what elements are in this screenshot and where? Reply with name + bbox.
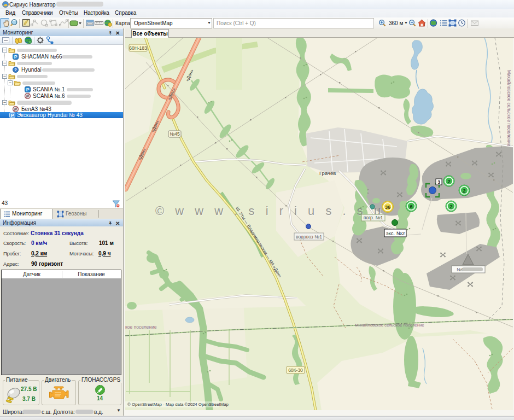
svg-text:погр. №1: погр. №1: [364, 215, 383, 220]
svg-text:60К-30: 60К-30: [288, 368, 303, 373]
svg-text:60Н-183: 60Н-183: [129, 45, 147, 51]
svg-text:36: 36: [385, 205, 390, 210]
svg-text:?: ?: [14, 67, 17, 72]
svg-text:3: 3: [437, 179, 440, 185]
svg-text:Михайловское сельское поселени: Михайловское сельское поселение: [355, 323, 424, 328]
svg-text:Грачёв: Грачёв: [319, 170, 336, 176]
svg-text:P: P: [26, 87, 30, 92]
svg-text:P: P: [14, 54, 17, 60]
svg-text:© w w w . s i r i u s . s u: © w w w . s i r i u s . s u: [155, 204, 384, 218]
svg-text:2: 2: [463, 188, 465, 194]
svg-text:водовоз №1: водовоз №1: [296, 234, 322, 240]
svg-text:2: 2: [447, 179, 450, 184]
svg-text:© OpenStreetMap - Map data ©20: © OpenStreetMap - Map data ©2024 OpenStr…: [127, 402, 229, 407]
svg-text:№45: №45: [170, 131, 180, 137]
svg-text:2: 2: [449, 204, 452, 209]
svg-text:экс. №2: экс. №2: [386, 230, 405, 236]
svg-text:кое поселение: кое поселение: [125, 324, 157, 330]
svg-text:Михайловское сельское поселени: Михайловское сельское поселение: [506, 70, 512, 147]
svg-text:6: 6: [410, 204, 412, 209]
svg-text:P: P: [11, 113, 14, 118]
